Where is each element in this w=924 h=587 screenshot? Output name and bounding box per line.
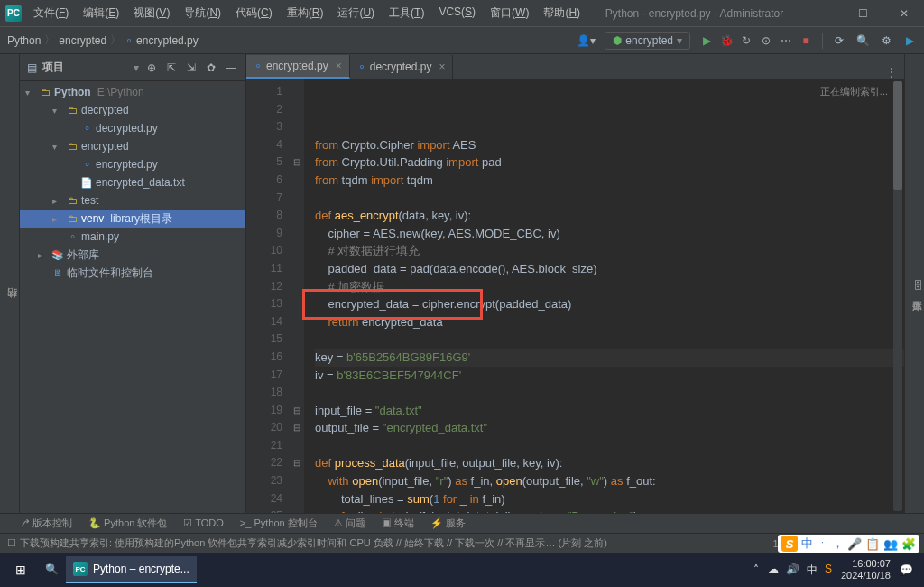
bottom-tool-button[interactable]: 🐍 Python 软件包 bbox=[88, 517, 167, 530]
action-center-icon[interactable]: 💬 bbox=[900, 564, 913, 576]
tree-row[interactable]: ▸🗀venvlibrary根目录 bbox=[20, 210, 245, 228]
tree-row[interactable]: ▾🗀decrypted bbox=[20, 101, 245, 119]
maximize-button[interactable]: ☐ bbox=[843, 0, 883, 27]
code-line[interactable]: def process_data(input_file, output_file… bbox=[315, 454, 904, 472]
code-line[interactable]: return encrypted_data bbox=[315, 313, 904, 331]
database-tool-button[interactable]: 🗄 数据库 bbox=[910, 280, 924, 293]
code-line[interactable] bbox=[315, 437, 904, 455]
project-view-icon[interactable]: ▤ bbox=[27, 61, 37, 74]
system-clock[interactable]: 16:00:07 2024/10/18 bbox=[841, 558, 891, 582]
select-opened-icon[interactable]: ⊕ bbox=[144, 61, 159, 75]
menu-item[interactable]: 视图(V) bbox=[127, 5, 176, 21]
code-area[interactable]: 正在编制索引... from Crypto.Cipher import AESf… bbox=[304, 79, 904, 513]
bottom-tool-button[interactable]: ▣ 终端 bbox=[382, 517, 414, 530]
code-line[interactable]: input_file = "data.txt" bbox=[315, 402, 904, 420]
tree-row[interactable]: ⚬decrypted.py bbox=[20, 119, 245, 137]
editor-tab[interactable]: ⚬encrypted.py× bbox=[246, 55, 350, 79]
bottom-tool-button[interactable]: >_ Python 控制台 bbox=[240, 517, 318, 530]
tree-row[interactable]: ▸🗀test bbox=[20, 191, 245, 210]
code-line[interactable]: # 对数据进行填充 bbox=[315, 242, 904, 260]
run-button[interactable]: ▶ bbox=[699, 33, 714, 48]
coverage-button[interactable]: ↻ bbox=[739, 33, 753, 48]
tree-row[interactable]: 📄encrypted_data.txt bbox=[20, 173, 245, 191]
breadcrumb-file[interactable]: ⚬encrypted.py bbox=[125, 34, 199, 47]
tab-overflow-icon[interactable]: ⋮ bbox=[886, 66, 897, 79]
profile-button[interactable]: ⊙ bbox=[759, 33, 773, 48]
bottom-tool-button[interactable]: ⎇ 版本控制 bbox=[18, 517, 72, 530]
code-line[interactable]: from tqdm import tqdm bbox=[315, 172, 904, 190]
close-button[interactable]: ✕ bbox=[883, 0, 924, 27]
code-line[interactable]: with open(input_file, "r") as f_in, open… bbox=[315, 472, 904, 490]
code-line[interactable]: from Crypto.Util.Padding import pad bbox=[315, 154, 904, 172]
tray-sogou-icon[interactable]: S bbox=[825, 563, 832, 578]
tray-ime-icon[interactable]: 中 bbox=[807, 563, 818, 578]
code-line[interactable]: output_file = "encrypted_data.txt" bbox=[315, 419, 904, 437]
menu-item[interactable]: 帮助(H) bbox=[537, 5, 587, 21]
code-line[interactable]: iv = b'83E6CBEF547944CF' bbox=[315, 367, 904, 385]
menu-item[interactable]: VCS(S) bbox=[432, 5, 482, 21]
code-line[interactable]: # 加密数据 bbox=[315, 278, 904, 296]
event-log-icon[interactable]: ☐ bbox=[7, 537, 16, 549]
bottom-tool-button[interactable]: ☑ TODO bbox=[183, 517, 223, 529]
ime-token[interactable]: 👥 bbox=[883, 537, 898, 551]
code-line[interactable]: def aes_encrypt(data, key, iv): bbox=[315, 207, 904, 225]
start-button[interactable]: ⊞ bbox=[4, 553, 38, 587]
code-line[interactable]: cipher = AES.new(key, AES.MODE_CBC, iv) bbox=[315, 225, 904, 243]
code-line[interactable]: padded_data = pad(data.encode(), AES.blo… bbox=[315, 260, 904, 278]
stop-button[interactable]: ■ bbox=[799, 33, 813, 48]
ime-token[interactable]: ， bbox=[832, 536, 844, 552]
project-tree[interactable]: ▾🗀 Python E:\Python ▾🗀decrypted⚬decrypte… bbox=[20, 81, 245, 513]
task-search-button[interactable]: 🔍 bbox=[38, 556, 66, 583]
taskbar-app-pycharm[interactable]: PC Python – encrypte... bbox=[66, 556, 197, 583]
search-everywhere-icon[interactable]: 🔍 bbox=[855, 33, 870, 48]
ime-token[interactable]: 🎤 bbox=[847, 537, 862, 551]
git-update-icon[interactable]: ⟳ bbox=[832, 33, 846, 48]
run-config-selector[interactable]: ⬢ encrypted ▾ bbox=[605, 32, 690, 50]
menu-item[interactable]: 重构(R) bbox=[281, 5, 330, 21]
ime-toolbar[interactable]: S 中ㆍ，🎤📋👥🧩 bbox=[778, 535, 919, 553]
collapse-all-icon[interactable]: ⇲ bbox=[184, 61, 199, 75]
tree-row[interactable]: ▾🗀encrypted bbox=[20, 137, 245, 155]
ime-token[interactable]: ㆍ bbox=[817, 536, 828, 552]
tray-volume-icon[interactable]: 🔊 bbox=[786, 563, 799, 578]
menu-item[interactable]: 代码(C) bbox=[229, 5, 279, 21]
code-editor[interactable]: 1234567891011121314151617181920212223242… bbox=[246, 79, 904, 513]
breadcrumb-root[interactable]: Python bbox=[7, 34, 41, 47]
panel-settings-icon[interactable]: ✿ bbox=[204, 61, 218, 75]
minimize-button[interactable]: — bbox=[802, 0, 843, 27]
menu-item[interactable]: 窗口(W) bbox=[484, 5, 535, 21]
code-line[interactable]: key = b'65B2564BG89F16G9' bbox=[315, 349, 904, 367]
bottom-tool-button[interactable]: ⚠ 问题 bbox=[334, 517, 365, 530]
tab-close-icon[interactable]: × bbox=[439, 61, 445, 73]
code-line[interactable]: total_lines = sum(1 for _ in f_in) bbox=[315, 490, 904, 508]
ime-token[interactable]: 📋 bbox=[865, 537, 880, 551]
menu-item[interactable]: 文件(F) bbox=[27, 5, 75, 21]
learn-icon[interactable]: ▶ bbox=[902, 33, 917, 48]
tree-row[interactable]: 🗎临时文件和控制台 bbox=[20, 264, 245, 282]
ime-token[interactable]: 中 bbox=[801, 536, 813, 552]
editor-tab[interactable]: ⚬decrypted.py× bbox=[350, 55, 454, 79]
menu-item[interactable]: 导航(N) bbox=[178, 5, 227, 21]
tray-cloud-icon[interactable]: ☁ bbox=[768, 563, 779, 578]
hide-panel-icon[interactable]: — bbox=[224, 61, 238, 75]
tree-row[interactable]: ⚬main.py bbox=[20, 228, 245, 246]
settings-icon[interactable]: ⚙ bbox=[879, 33, 893, 48]
code-line[interactable] bbox=[315, 384, 904, 402]
tree-row[interactable]: ⚬encrypted.py bbox=[20, 155, 245, 173]
fold-gutter[interactable]: ⊟ ⊟⊟ ⊟ bbox=[290, 79, 304, 513]
code-line[interactable] bbox=[315, 331, 904, 349]
tray-chevron-icon[interactable]: ˄ bbox=[753, 564, 759, 576]
code-line[interactable]: encrypted_data = cipher.encrypt(padded_d… bbox=[315, 295, 904, 313]
tree-row[interactable]: ▸📚外部库 bbox=[20, 246, 245, 264]
menu-item[interactable]: 工具(T) bbox=[383, 5, 430, 21]
menu-item[interactable]: 编辑(E) bbox=[77, 5, 125, 21]
editor-scrollbar[interactable] bbox=[893, 81, 902, 511]
code-line[interactable] bbox=[315, 190, 904, 208]
ime-token[interactable]: 🧩 bbox=[901, 537, 916, 551]
breadcrumb-folder[interactable]: encrypted bbox=[59, 34, 106, 47]
expand-all-icon[interactable]: ⇱ bbox=[164, 61, 179, 75]
code-line[interactable]: from Crypto.Cipher import AES bbox=[315, 136, 904, 154]
bottom-tool-button[interactable]: ⚡ 服务 bbox=[430, 517, 466, 530]
code-line[interactable]: for line in tqdm(f_in, total=total_lines… bbox=[315, 508, 904, 513]
menu-item[interactable]: 运行(U) bbox=[331, 5, 381, 21]
